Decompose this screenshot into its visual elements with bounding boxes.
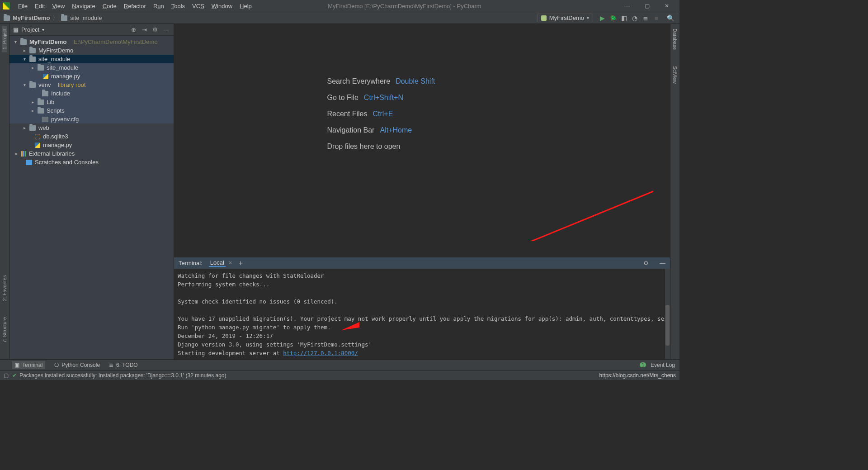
- breadcrumb-separator-icon: 〉: [52, 14, 58, 22]
- watermark-text: https://blog.csdn.net/Mrs_chens: [599, 372, 676, 379]
- locate-icon[interactable]: ⊕: [129, 26, 137, 33]
- tree-item[interactable]: manage.py: [9, 72, 174, 81]
- menu-tools[interactable]: Tools: [168, 3, 189, 9]
- annotation-arrow-head: [341, 322, 359, 336]
- minimize-button[interactable]: —: [617, 3, 637, 9]
- tree-item[interactable]: ▸Scripts: [9, 106, 174, 115]
- collapse-icon[interactable]: ⇥: [140, 26, 148, 33]
- concurrency-button[interactable]: ≣: [642, 14, 650, 23]
- project-tree[interactable]: ▾MyFirstDemo E:\PyCharmDemo\MyFirstDemo …: [9, 36, 174, 168]
- tree-item-scratches[interactable]: Scratches and Consoles: [9, 158, 174, 166]
- tab-database[interactable]: Database: [672, 26, 678, 52]
- breadcrumb-root: MyFirstDemo: [13, 14, 50, 21]
- scrollbar-thumb[interactable]: [665, 305, 670, 346]
- terminal-output[interactable]: Watching for file changes with StatReloa…: [174, 269, 670, 359]
- tree-item-site-module[interactable]: ▾site_module: [9, 55, 174, 63]
- right-tool-gutter: Database SciView: [670, 24, 679, 359]
- menu-run[interactable]: Run: [150, 3, 168, 9]
- tree-item[interactable]: ▸MyFirstDemo: [9, 46, 174, 55]
- folder-icon: [29, 82, 36, 88]
- bottom-tab-terminal[interactable]: ▣Terminal: [12, 361, 45, 369]
- menu-view[interactable]: View: [48, 3, 68, 9]
- close-button[interactable]: ✕: [657, 3, 677, 9]
- welcome-goto-file: Go to FileCtrl+Shift+N: [327, 94, 435, 102]
- breadcrumb[interactable]: MyFirstDemo 〉 site_module: [4, 14, 102, 22]
- project-panel: ▤ Project ▾ ⊕ ⇥ ⚙ — ▾MyFirstDemo E:\PyCh…: [9, 24, 174, 359]
- welcome-recent-files: Recent FilesCtrl+E: [327, 110, 435, 118]
- folder-icon: [38, 100, 44, 105]
- tree-item[interactable]: ▸site_module: [9, 63, 174, 72]
- tree-item[interactable]: ▸web: [9, 123, 174, 132]
- left-tool-gutter: 1: Project 2: Favorites 7: Structure: [0, 24, 9, 359]
- menu-file[interactable]: File: [14, 3, 31, 9]
- folder-icon: [29, 125, 36, 131]
- menu-edit[interactable]: Edit: [31, 3, 48, 9]
- bottom-tab-python-console[interactable]: ⎔Python Console: [54, 362, 100, 368]
- tree-root-name: MyFirstDemo: [29, 38, 66, 45]
- project-panel-header: ▤ Project ▾ ⊕ ⇥ ⚙ —: [9, 24, 174, 36]
- status-bar: ▢ ✔ Packages installed successfully: Ins…: [0, 370, 679, 380]
- menu-refactor[interactable]: Refactor: [120, 3, 150, 9]
- shortcut: Double Shift: [396, 77, 435, 85]
- success-icon: ✔: [12, 372, 17, 379]
- new-tab-button[interactable]: +: [239, 259, 243, 267]
- server-url-link[interactable]: http://127.0.0.1:8000/: [283, 350, 358, 356]
- terminal-title: Terminal:: [179, 260, 203, 266]
- folder-icon: [4, 15, 10, 21]
- terminal-tab-local[interactable]: Local: [209, 259, 226, 267]
- tree-item[interactable]: db.sqlite3: [9, 132, 174, 141]
- maximize-button[interactable]: ▢: [637, 3, 657, 9]
- run-config-label: MyFirstDemo: [549, 14, 584, 21]
- tree-root[interactable]: ▾MyFirstDemo E:\PyCharmDemo\MyFirstDemo: [9, 38, 174, 46]
- tree-item[interactable]: manage.py: [9, 141, 174, 149]
- folder-icon: [29, 57, 36, 62]
- chevron-down-icon[interactable]: ▾: [42, 27, 44, 32]
- coverage-button[interactable]: ◧: [620, 14, 628, 23]
- welcome-nav-bar: Navigation BarAlt+Home: [327, 126, 435, 134]
- svg-line-0: [355, 191, 653, 241]
- hide-icon[interactable]: —: [660, 260, 665, 266]
- tree-item-external-libs[interactable]: ▸External Libraries: [9, 149, 174, 158]
- run-config-selector[interactable]: MyFirstDemo ▾: [537, 14, 593, 22]
- menu-code[interactable]: Code: [99, 3, 120, 9]
- stop-button[interactable]: ■: [652, 14, 660, 23]
- close-tab-icon[interactable]: ✕: [228, 260, 232, 266]
- terminal-header: Terminal: Local ✕ + ⚙ —: [174, 257, 670, 269]
- project-panel-title: Project: [21, 26, 39, 33]
- gear-icon[interactable]: ⚙: [643, 260, 649, 266]
- tab-structure[interactable]: 7: Structure: [2, 314, 7, 346]
- folder-icon: [38, 65, 44, 71]
- tab-sciview[interactable]: SciView: [672, 63, 678, 86]
- event-count-badge: 1: [640, 362, 646, 367]
- navigation-toolbar: MyFirstDemo 〉 site_module MyFirstDemo ▾ …: [0, 12, 679, 24]
- python-icon: ⎔: [54, 362, 59, 368]
- status-windows-icon[interactable]: ▢: [4, 372, 9, 379]
- tab-favorites[interactable]: 2: Favorites: [2, 272, 7, 304]
- bottom-tab-todo[interactable]: ≣6: TODO: [109, 362, 138, 368]
- window-title: MyFirstDemo [E:\PyCharmDemo\MyFirstDemo]…: [192, 3, 617, 9]
- pycharm-logo-icon: [3, 2, 10, 9]
- search-everywhere-button[interactable]: 🔍: [666, 14, 675, 23]
- scrollbar[interactable]: [665, 269, 670, 359]
- welcome-search-everywhere: Search EverywhereDouble Shift: [327, 77, 435, 85]
- shortcut: Ctrl+Shift+N: [364, 94, 403, 102]
- gear-icon[interactable]: ⚙: [151, 26, 159, 33]
- debug-button[interactable]: 🪲: [609, 14, 617, 23]
- database-icon: [35, 134, 40, 139]
- profile-button[interactable]: ◔: [631, 14, 639, 23]
- tab-project[interactable]: 1: Project: [2, 26, 7, 52]
- bottom-tab-event-log[interactable]: 1Event Log: [640, 362, 675, 368]
- libraries-icon: [21, 151, 26, 157]
- menu-navigate[interactable]: Navigate: [68, 3, 99, 9]
- tree-item-venv[interactable]: ▾venv library root: [9, 81, 174, 89]
- run-button[interactable]: ▶: [598, 14, 606, 23]
- terminal-icon: ▣: [14, 362, 19, 368]
- bottom-tool-tabs: ▣Terminal ⎔Python Console ≣6: TODO 1Even…: [0, 359, 679, 370]
- tree-item[interactable]: pyvenv.cfg: [9, 115, 174, 123]
- tree-item[interactable]: ▸Lib: [9, 98, 174, 106]
- hide-icon[interactable]: —: [162, 26, 170, 33]
- chevron-down-icon: ▾: [587, 15, 589, 20]
- status-message: Packages installed successfully: Install…: [19, 372, 226, 379]
- tree-item[interactable]: Include: [9, 89, 174, 98]
- python-icon: [43, 74, 48, 79]
